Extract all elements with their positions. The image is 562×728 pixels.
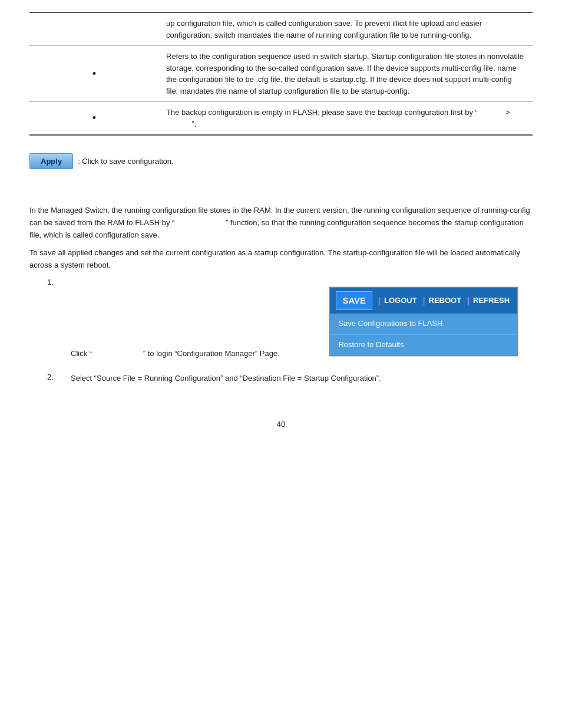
table-cell-bullet-empty xyxy=(29,12,159,46)
table-cell-bullet-2: • xyxy=(29,102,159,136)
save-configurations-item[interactable]: Save Configurations to FLASH xyxy=(330,314,517,335)
table-cell-content-1: up configuration file, which is called c… xyxy=(159,12,533,46)
save-menu-header: SAVE | LOGOUT | REBOOT | REFRESH xyxy=(330,288,517,314)
logout-btn[interactable]: LOGOUT xyxy=(384,295,417,307)
list-number-2: 2. xyxy=(47,373,65,381)
apply-section: Apply : Click to save configuration. xyxy=(29,153,533,169)
separator-1: | xyxy=(378,294,381,308)
bullet-icon: • xyxy=(92,68,96,80)
body-paragraph-1: In the Managed Switch, the running confi… xyxy=(29,205,533,241)
list-item-2: 2. Select “Source File = Running Configu… xyxy=(47,373,533,385)
table-row: • The backup configuration is empty in F… xyxy=(29,102,533,136)
numbered-list: 1. Click “ ” to login “Configuration Man… xyxy=(47,278,533,384)
table-row: up configuration file, which is called c… xyxy=(29,12,533,46)
bullet-icon-2: • xyxy=(92,112,96,124)
config-table: up configuration file, which is called c… xyxy=(29,12,533,136)
list-item-1: 1. Click “ ” to login “Configuration Man… xyxy=(47,278,533,365)
list-item-text-2: Select “Source File = Running Configurat… xyxy=(71,373,381,385)
list-number-1: 1. xyxy=(47,278,65,286)
table-cell-bullet-1: • xyxy=(29,46,159,102)
table-cell-content-3: The backup configuration is empty in FLA… xyxy=(159,102,533,136)
separator-2: | xyxy=(423,294,425,308)
table-row: • Refers to the configuration sequence u… xyxy=(29,46,533,102)
page-number: 40 xyxy=(29,420,533,429)
list-item-text-1: Click “ ” to login “Configuration Manage… xyxy=(71,278,518,365)
reboot-btn[interactable]: REBOOT xyxy=(429,295,462,307)
body-paragraph-2: To save all applied changes and set the … xyxy=(29,247,533,272)
save-menu-dropdown: Save Configurations to FLASH Restore to … xyxy=(330,314,517,355)
separator-3: | xyxy=(467,294,470,308)
apply-button[interactable]: Apply xyxy=(29,153,73,169)
save-menu-save-btn[interactable]: SAVE xyxy=(336,291,372,310)
refresh-btn[interactable]: REFRESH xyxy=(473,295,510,307)
table-cell-content-2: Refers to the configuration sequence use… xyxy=(159,46,533,102)
apply-description: : Click to save configuration. xyxy=(78,157,174,166)
save-menu: SAVE | LOGOUT | REBOOT | REFRESH Save Co… xyxy=(329,287,518,356)
save-menu-screenshot: SAVE | LOGOUT | REBOOT | REFRESH Save Co… xyxy=(329,286,518,357)
restore-defaults-item[interactable]: Restore to Defaults xyxy=(330,335,517,355)
